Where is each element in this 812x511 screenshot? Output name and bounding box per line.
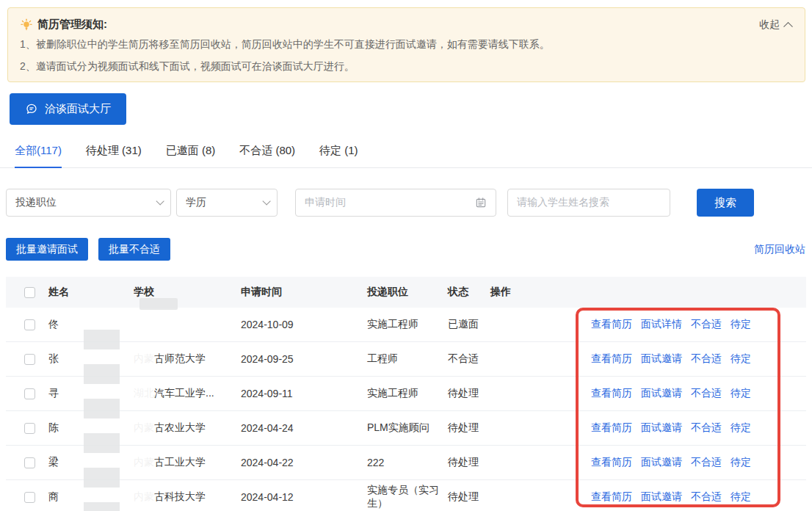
apply-date-cell: 2024-09-11 (241, 388, 367, 399)
action-link[interactable]: 不合适 (691, 387, 722, 399)
apply-date-cell: 2024-04-12 (241, 491, 367, 503)
search-button[interactable]: 搜索 (697, 189, 754, 217)
table-row: 佟2024-10-09实施工程师已邀面查看简历面试详情不合适待定 (6, 308, 806, 342)
notice-line-2: 2、邀请面试分为视频面试和线下面试，视频面试可在洽谈面试大厅进行。 (20, 57, 791, 76)
apply-date-placeholder: 申请时间 (305, 196, 475, 209)
action-link[interactable]: 查看简历 (591, 318, 632, 330)
action-link[interactable]: 查看简历 (591, 421, 632, 433)
chevron-down-icon (156, 197, 164, 205)
action-link[interactable]: 待定 (731, 490, 751, 502)
position-select-value: 投递职位 (15, 196, 156, 209)
student-name: 张 (48, 352, 59, 366)
student-name-search-input[interactable]: 请输入学生姓名搜索 (507, 189, 670, 217)
redaction-blur (84, 399, 120, 418)
select-all-checkbox[interactable] (24, 287, 35, 298)
action-link[interactable]: 面试邀请 (641, 352, 682, 364)
row-checkbox[interactable] (24, 457, 35, 468)
action-link[interactable]: 面试邀请 (641, 456, 682, 468)
action-link[interactable]: 查看简历 (591, 387, 632, 399)
action-link[interactable]: 不合适 (691, 352, 722, 364)
batch-unsuitable-button[interactable]: 批量不合适 (98, 238, 170, 261)
position-select[interactable]: 投递职位 (6, 189, 171, 217)
row-checkbox[interactable] (24, 388, 35, 399)
student-name-cell: 佟 (43, 308, 134, 341)
apply-date-cell: 2024-10-09 (241, 319, 367, 330)
notice-title: 简历管理须知: (37, 18, 107, 32)
actions-cell: 查看简历面试详情不合适待定 (490, 318, 806, 331)
action-link[interactable]: 面试邀请 (641, 490, 682, 502)
action-link[interactable]: 待定 (731, 387, 751, 399)
tab-all[interactable]: 全部(117) (15, 144, 62, 168)
resume-table: 姓名 学校 申请时间 投递职位 状态 操作 佟2024-10-09实施工程师已邀… (6, 277, 806, 511)
action-link[interactable]: 不合适 (691, 421, 722, 433)
header-school: 学校 (134, 286, 241, 299)
table-row: 陈内蒙古农业大学2024-04-24PLM实施顾问待处理查看简历面试邀请不合适待… (6, 411, 806, 446)
action-link[interactable]: 面试邀请 (641, 421, 682, 433)
actions-cell: 查看简历面试邀请不合适待定 (490, 421, 806, 435)
redaction-blur (84, 433, 120, 453)
actions-cell: 查看简历面试邀请不合适待定 (490, 387, 806, 400)
redaction-blur (84, 364, 120, 384)
action-link[interactable]: 面试详情 (641, 318, 682, 330)
action-link[interactable]: 查看简历 (591, 456, 632, 468)
apply-date-cell: 2024-04-22 (241, 457, 367, 468)
position-cell: 实施专员（实习生） (367, 484, 448, 510)
tab-undecided[interactable]: 待定 (1) (319, 144, 358, 167)
chevron-down-icon (262, 197, 270, 205)
actions-cell: 查看简历面试邀请不合适待定 (490, 456, 806, 469)
table-row: 张内蒙古师范大学2024-09-25工程师不合适查看简历面试邀请不合适待定 (6, 342, 806, 377)
redaction-blur (139, 298, 178, 310)
table-body: 佟2024-10-09实施工程师已邀面查看简历面试详情不合适待定张内蒙古师范大学… (6, 308, 806, 511)
batch-action-bar: 批量邀请面试 批量不合适 简历回收站 (6, 238, 805, 261)
education-select-value: 学历 (186, 196, 262, 209)
status-cell: 已邀面 (448, 318, 490, 331)
action-link[interactable]: 不合适 (691, 456, 722, 468)
resume-recycle-link[interactable]: 简历回收站 (754, 243, 805, 256)
status-cell: 待处理 (448, 456, 490, 469)
action-link[interactable]: 面试邀请 (641, 387, 682, 399)
header-date: 申请时间 (241, 286, 367, 299)
student-name: 陈 (48, 421, 59, 435)
action-link[interactable]: 查看简历 (591, 490, 632, 502)
student-name: 梁 (48, 456, 59, 469)
header-actions: 操作 (490, 286, 806, 299)
filter-bar: 投递职位 学历 申请时间 请输入学生姓名搜索 搜索 (6, 189, 812, 217)
collapse-label: 收起 (759, 18, 780, 32)
table-header: 姓名 学校 申请时间 投递职位 状态 操作 (6, 277, 806, 308)
apply-date-cell: 2024-09-25 (241, 353, 367, 365)
action-link[interactable]: 不合适 (691, 490, 722, 502)
action-link[interactable]: 待定 (731, 456, 751, 468)
notice-line-1: 1、被删除职位中的学生简历将移至简历回收站，简历回收站中的学生不可直接进行面试邀… (20, 35, 791, 54)
status-cell: 待处理 (448, 421, 490, 435)
student-name: 寻 (48, 387, 59, 400)
action-link[interactable]: 不合适 (691, 318, 722, 330)
action-link[interactable]: 待定 (731, 318, 751, 330)
row-checkbox[interactable] (24, 319, 35, 330)
position-cell: 实施工程师 (367, 318, 448, 331)
row-checkbox[interactable] (24, 354, 35, 365)
status-tabs: 全部(117) 待处理 (31) 已邀面 (8) 不合适 (80) 待定 (1) (0, 144, 812, 168)
action-link[interactable]: 待定 (731, 421, 751, 433)
redaction-blur (84, 330, 120, 349)
action-link[interactable]: 待定 (731, 352, 751, 364)
batch-invite-button[interactable]: 批量邀请面试 (6, 238, 88, 261)
collapse-link[interactable]: 收起 (759, 18, 791, 32)
table-row: 商内蒙古科技大学2024-04-12实施专员（实习生）待处理查看简历面试邀请不合… (6, 480, 806, 511)
tab-pending[interactable]: 待处理 (31) (86, 144, 142, 167)
tab-invited[interactable]: 已邀面 (8) (166, 144, 216, 167)
row-checkbox[interactable] (24, 492, 35, 503)
position-cell: 实施工程师 (367, 387, 448, 400)
education-select[interactable]: 学历 (176, 189, 278, 217)
action-link[interactable]: 查看简历 (591, 352, 632, 364)
redaction-blur (84, 468, 120, 488)
actions-cell: 查看简历面试邀请不合适待定 (490, 490, 806, 504)
tab-unsuitable[interactable]: 不合适 (80) (239, 144, 295, 167)
row-checkbox[interactable] (24, 423, 35, 434)
interview-hall-button[interactable]: 洽谈面试大厅 (10, 93, 126, 125)
lightbulb-icon (20, 18, 33, 32)
status-cell: 待处理 (448, 387, 490, 400)
status-cell: 待处理 (448, 490, 490, 504)
chevron-up-icon (783, 22, 793, 32)
table-row: 寻湖北汽车工业学...2024-09-11实施工程师待处理查看简历面试邀请不合适… (6, 377, 806, 411)
apply-date-input[interactable]: 申请时间 (295, 189, 496, 217)
